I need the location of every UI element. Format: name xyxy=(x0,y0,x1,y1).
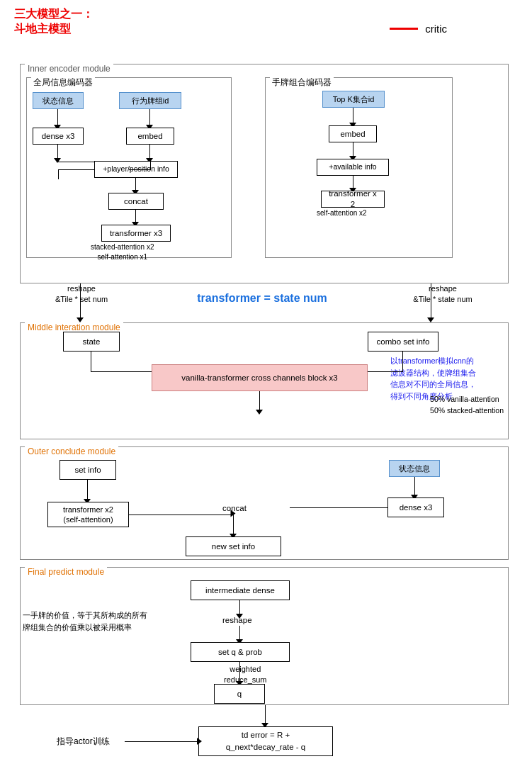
middle-module: Middle interation module state combo set… xyxy=(20,322,509,439)
final-module: Final predict module intermediate dense … xyxy=(20,567,509,705)
v-line-dense-connect xyxy=(58,169,59,179)
hand-encoder-label: 手牌组合编码器 xyxy=(270,77,334,88)
state-info2-node: 状态信息 xyxy=(389,460,440,477)
h-line-dense-player xyxy=(58,162,95,162)
arrow-embed2-down xyxy=(353,142,353,157)
outer-module: Outer conclude module set info 状态信息 tran… xyxy=(20,446,509,560)
arrow-q-down xyxy=(265,705,266,724)
critic-text: critic xyxy=(425,23,447,35)
transformer-x2-self-node: transformer x2(self-attention) xyxy=(47,502,129,527)
actor-guide-label: 指导actor训练 xyxy=(57,736,110,748)
weighted-reduce-label: weightedreduce_sum xyxy=(224,664,267,686)
arrow-embed1-down xyxy=(149,145,150,159)
v-right-embed xyxy=(150,162,151,170)
embed2-node: embed xyxy=(329,125,377,142)
arrow-concat-transformer xyxy=(135,210,136,223)
arrow-combo-mid-down xyxy=(402,352,403,371)
reshape-tile-right-label: reshape&Tile * state num xyxy=(397,283,489,305)
percent-label: 50% vanilla-attention50% stacked-attenti… xyxy=(430,394,504,417)
arrow-concat2-down xyxy=(233,515,234,534)
h-transformer-concat xyxy=(129,515,234,515)
middle-module-label: Middle interation module xyxy=(25,322,123,332)
arrow-player-concat xyxy=(135,178,136,191)
topk-id-node: Top K集合id xyxy=(322,91,385,108)
new-set-info-node: new set info xyxy=(186,536,281,556)
transformer-x3-node: transformer x3 xyxy=(101,225,171,242)
dense-x3-right-node: dense x3 xyxy=(387,497,444,517)
state-info-node: 状态信息 xyxy=(33,92,84,109)
action-group-node: 行为牌组id xyxy=(119,92,181,109)
embed1-node: embed xyxy=(126,128,174,145)
arrow-reshape-down xyxy=(239,626,240,640)
reshape-label: reshape xyxy=(222,616,252,624)
arrow-vanilla-down xyxy=(259,391,260,411)
state-node: state xyxy=(63,332,120,352)
arrowhead-encoder-state xyxy=(77,317,84,322)
arrow-action-down xyxy=(149,109,150,126)
arrow-topk-down xyxy=(353,108,353,123)
h-line2-dense xyxy=(58,169,95,170)
arrow-encoder-combo xyxy=(431,283,431,319)
arrowhead-vanilla xyxy=(256,410,263,415)
arrow-state-mid-down xyxy=(91,352,91,371)
transformer-x2-right-node: transformer x 2 xyxy=(321,191,385,208)
page-container: 三大模型之一： 斗地主模型 critic Inner encoder modul… xyxy=(0,0,532,759)
arrowhead-encoder-combo xyxy=(427,317,434,322)
set-q-prob-node: set q & prob xyxy=(191,642,290,662)
hand-encoder-box: 手牌组合编码器 Top K集合id embed +available info … xyxy=(265,77,453,258)
self-attn-x2-right-label: self-attention x2 xyxy=(317,209,367,217)
intermediate-dense-node: intermediate dense xyxy=(191,580,290,600)
arrow-inter-down xyxy=(239,600,240,614)
reshape-tile-left-label: reshape&Tile * set num xyxy=(43,283,120,305)
global-encoder-label: 全局信息编码器 xyxy=(31,77,95,88)
arrow-setinfo-down xyxy=(87,480,88,500)
combo-set-info-node: combo set info xyxy=(368,332,438,352)
self-attn-label: stacked-attention x2self-attention x1 xyxy=(91,242,154,262)
concat1-node: concat xyxy=(108,193,164,210)
inner-encoder-label: Inner encoder module xyxy=(25,64,113,74)
arrow-state-down xyxy=(57,109,58,126)
arrowhead-actor-right xyxy=(197,738,202,745)
title-line2: 斗地主模型 xyxy=(14,22,94,37)
title-area: 三大模型之一： 斗地主模型 xyxy=(14,7,94,37)
arrow-avail-down xyxy=(353,176,353,189)
td-error-node: td error = R +q_next*decay_rate - q xyxy=(198,726,333,756)
critic-line-icon xyxy=(390,28,418,30)
arrow-setq-down xyxy=(239,662,240,682)
final-module-label: Final predict module xyxy=(25,567,107,577)
hand-value-label: 一手牌的价值，等于其所构成的所有牌组集合的价值乘以被采用概率 xyxy=(23,609,164,633)
inner-encoder-module: Inner encoder module 全局信息编码器 状态信息 行为牌组id… xyxy=(20,64,509,283)
arrow-stateinfo2-down xyxy=(414,477,415,495)
set-info-node: set info xyxy=(60,460,116,480)
h-embed-player xyxy=(129,169,150,170)
critic-label: critic xyxy=(390,23,447,35)
h-actor-tderr xyxy=(125,741,198,742)
arrow-dense-down xyxy=(57,145,58,159)
global-encoder-box: 全局信息编码器 状态信息 行为牌组id dense x3 embed +play… xyxy=(26,77,232,258)
concat2-label: concat xyxy=(222,504,247,512)
vanilla-cross-node: vanilla-transformer cross channels block… xyxy=(152,364,368,391)
plus-available-node: +available info xyxy=(317,159,389,176)
transformer-eq-label: transformer = state num xyxy=(142,292,383,305)
dense-x3-node: dense x3 xyxy=(33,128,84,145)
q-node: q xyxy=(214,684,265,704)
arrow-encoder-state xyxy=(80,283,81,319)
h-dense-concat xyxy=(290,507,387,508)
title-line1: 三大模型之一： xyxy=(14,7,94,22)
outer-module-label: Outer conclude module xyxy=(25,446,118,456)
